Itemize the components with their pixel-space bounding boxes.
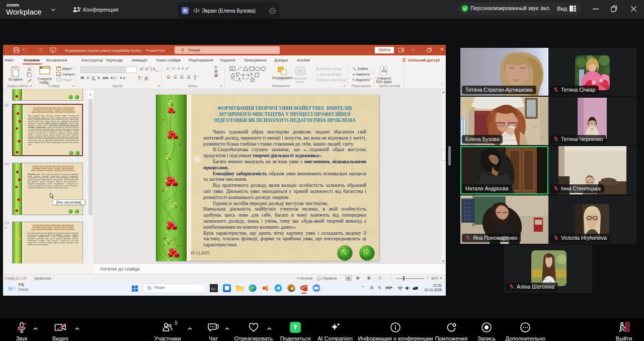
svg-text:P: P bbox=[301, 286, 304, 291]
svg-text:A: A bbox=[231, 67, 233, 71]
